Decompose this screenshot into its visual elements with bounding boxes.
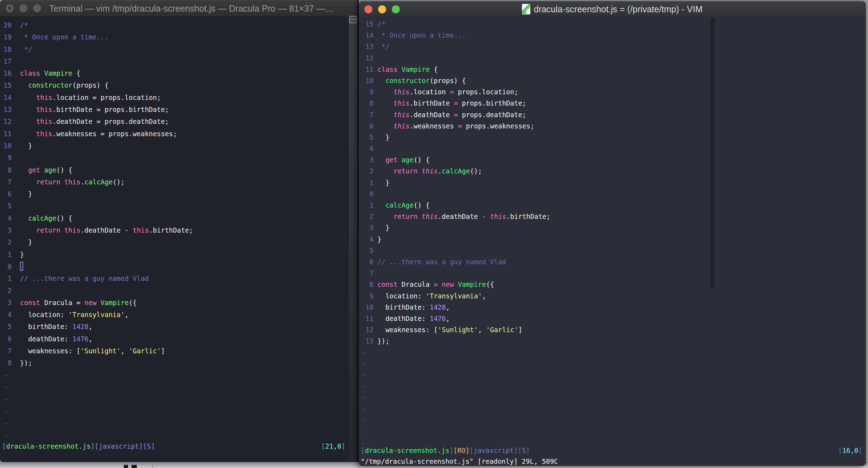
code-line: 5 [0,200,349,212]
background-text-fragment [132,465,137,468]
code-token: Dracula [397,280,434,288]
code-line: 5 [359,245,866,256]
code-token: .birthDate [410,99,454,107]
code-token: * Once upon a time... [20,33,109,41]
code-token [397,65,401,73]
code-token: age [402,156,414,164]
code-line: 9 [0,152,349,164]
statusline-file-info: [dracula-screenshot.js][javascript][S] [2,440,155,452]
code-token: }); [20,359,32,367]
status-segment: [ [2,442,6,450]
line-number: 2 [359,211,374,222]
code-token: return [394,167,418,175]
code-token: { [430,65,438,73]
terminal-scrollbar-track[interactable] [349,17,357,462]
line-number: 3 [0,224,12,236]
code-token: this [490,213,506,220]
line-number: 12 [359,324,374,335]
line-number: 11 [359,313,374,324]
status-segment: javascript [99,442,139,450]
line-number: 15 [0,79,12,91]
code-token [377,88,394,96]
line-number: 20 [0,19,12,31]
vim-buffer[interactable]: 20/*19 * Once upon a time...18 */1716cla… [0,19,349,441]
zoom-button[interactable] [33,4,41,12]
close-button[interactable] [6,4,14,12]
line-number: 3 [359,154,374,165]
vim-command-line: "/tmp/dracula-screenshot.js" [readonly] … [361,456,558,466]
traffic-lights [6,0,41,16]
code-line: 11class Vampire { [359,64,866,75]
status-segment: [ [321,442,325,450]
tilde-marker: ~ [4,371,7,379]
status-segment: S [522,447,526,454]
line-number: 1 [359,177,374,188]
empty-buffer-line: ~ [0,405,349,417]
code-token: , [478,326,486,334]
empty-buffer-line: ~ [359,426,866,437]
code-token: return [36,226,60,234]
code-line: 14 this.location = props.location; [0,91,349,103]
status-segment: [ [470,447,473,454]
code-token: weaknesses: [ [377,326,438,334]
line-number: 4 [359,234,374,245]
scrollbar-thumb[interactable] [710,18,715,288]
code-token: 'Garlic' [129,347,161,355]
zoom-button[interactable] [392,5,400,13]
code-line: 16class Vampire { [0,67,349,79]
empty-buffer-line: ~ [359,347,866,358]
code-token [20,130,36,138]
code-token [377,201,385,209]
terminal-split-pane-button[interactable] [349,16,357,23]
code-token: 1476 [72,335,89,343]
line-number: 12 [0,115,12,127]
code-line: 7 this.deathDate = props.deathDate; [359,109,866,120]
code-token: /* [377,20,385,28]
code-token [40,69,44,77]
code-token: 'Transylvania' [426,292,482,300]
code-line: 3 get age() { [359,154,866,165]
code-token: } [20,238,32,246]
line-number: 18 [0,43,12,55]
code-token [40,166,44,174]
code-token: = [96,118,100,125]
code-token: = [450,88,454,96]
code-token: Vampire [402,65,430,73]
code-token: ] [161,347,165,355]
code-token [20,106,36,113]
minimize-button[interactable] [19,4,27,12]
status-segment: 16,0 [842,447,859,454]
status-segment: dracula-screenshot.js [365,447,449,454]
minimize-button[interactable] [378,5,386,13]
code-token: . [438,167,442,175]
vim-buffer[interactable]: 15/*14 * Once upon a time...13 */1211cla… [359,18,866,449]
code-token: deathDate: [20,335,72,343]
line-number: 7 [359,267,374,279]
line-number: 0 [359,188,374,200]
code-line: 7 return this.calcAge(); [0,176,349,188]
code-token [60,178,64,186]
line-number: 6 [0,333,12,345]
code-token: . [81,178,84,186]
tilde-marker: ~ [362,405,365,413]
code-token: */ [20,45,32,53]
tilde-marker: ~ [362,348,365,356]
empty-buffer-line: ~ [359,358,866,369]
background-text-fragment [124,465,128,468]
code-token: const [20,299,40,306]
status-segment: ] [449,447,453,454]
code-token: , [125,311,128,318]
empty-buffer-line: ~ [0,369,349,381]
code-token [438,280,442,288]
code-token: ({ [486,280,494,288]
code-line: 1// ...there was a guy named Vlad [0,272,349,284]
code-token: // ...there was a guy named Vlad [20,274,149,282]
empty-buffer-line: ~ [359,403,866,415]
code-token [377,122,394,130]
line-number: 2 [0,236,12,248]
macvim-titlebar[interactable]: JS dracula-screenshot.js = (/private/tmp… [359,1,866,17]
close-button[interactable] [364,5,372,13]
code-token: props.deathDate; [101,118,169,125]
status-segment: [RO] [453,447,470,454]
terminal-titlebar[interactable]: Terminal — vim /tmp/dracula-screenshot.j… [0,0,359,17]
